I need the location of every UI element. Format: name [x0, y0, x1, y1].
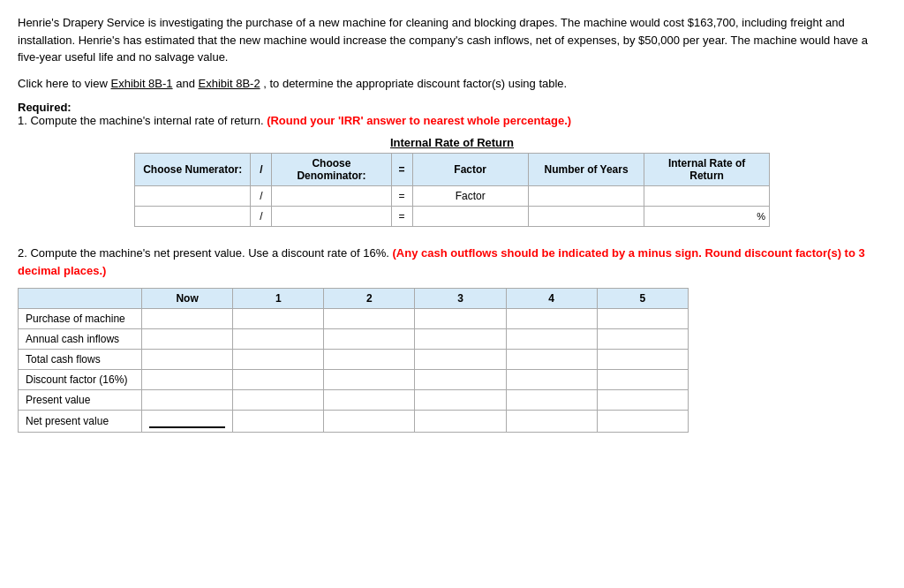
exhibit1-link[interactable]: Exhibit 8B-1 [110, 77, 172, 90]
required-section: Required: 1. Compute the machine's inter… [18, 101, 886, 127]
npv-net-1 [233, 411, 324, 433]
npv-total-2-input[interactable] [331, 353, 407, 366]
npv-col-label-header [19, 289, 142, 309]
npv-discount-3-input[interactable] [422, 373, 498, 386]
npv-annual-2-input[interactable] [331, 333, 407, 345]
npv-annual-now-input[interactable] [149, 333, 225, 345]
npv-annual-3[interactable] [415, 329, 506, 350]
npv-present-4-input[interactable] [514, 394, 590, 406]
npv-present-2[interactable] [324, 390, 415, 411]
irr-row1-numerator-input[interactable] [139, 190, 246, 202]
irr-row2-numerator-cell[interactable] [135, 207, 251, 227]
npv-present-3-input[interactable] [422, 394, 498, 406]
irr-row2-numerator-input[interactable] [139, 210, 246, 222]
npv-present-5[interactable] [597, 390, 688, 411]
npv-purchase-2-input[interactable] [331, 313, 407, 325]
npv-present-5-input[interactable] [605, 394, 681, 406]
npv-discount-5[interactable] [597, 370, 688, 390]
npv-discount-5-input[interactable] [605, 373, 681, 386]
npv-purchase-3-input[interactable] [422, 313, 498, 325]
npv-annual-4-input[interactable] [514, 333, 590, 345]
npv-purchase-4[interactable] [506, 309, 597, 329]
npv-purchase-5-input[interactable] [605, 313, 681, 325]
q2-text: 2. Compute the machine's net present val… [18, 246, 393, 260]
npv-net-now[interactable] [142, 411, 233, 433]
npv-present-1[interactable] [233, 390, 324, 411]
npv-present-now-input[interactable] [149, 394, 225, 406]
npv-purchase-4-input[interactable] [514, 313, 590, 325]
irr-row-2: / = % [135, 207, 770, 227]
npv-total-1-input[interactable] [240, 353, 316, 366]
npv-present-now[interactable] [142, 390, 233, 411]
npv-present-1-input[interactable] [240, 394, 316, 406]
npv-discount-4-input[interactable] [514, 373, 590, 386]
npv-annual-now[interactable] [142, 329, 233, 350]
npv-row-discount: Discount factor (16%) [19, 370, 689, 390]
npv-net-3 [415, 411, 506, 433]
col-slash-header: / [251, 154, 272, 186]
exhibit2-link[interactable]: Exhibit 8B-2 [199, 77, 260, 90]
npv-annual-5[interactable] [597, 329, 688, 350]
npv-annual-1-input[interactable] [240, 333, 316, 345]
npv-total-3[interactable] [415, 350, 506, 370]
npv-discount-2[interactable] [324, 370, 415, 390]
npv-annual-1[interactable] [233, 329, 324, 350]
npv-purchase-now[interactable] [142, 309, 233, 329]
npv-purchase-3[interactable] [415, 309, 506, 329]
irr-row1-irr-cell[interactable] [644, 186, 770, 207]
irr-row1-denominator-input[interactable] [275, 190, 387, 202]
irr-row1-years-input[interactable] [532, 190, 640, 202]
npv-total-5[interactable] [597, 350, 688, 370]
npv-annual-4[interactable] [506, 329, 597, 350]
intro-paragraph: Henrie's Drapery Service is investigatin… [18, 14, 886, 66]
irr-row1-years-cell[interactable] [528, 186, 644, 207]
npv-total-4[interactable] [506, 350, 597, 370]
npv-annual-5-input[interactable] [605, 333, 681, 345]
q1-red-text: (Round your 'IRR' answer to nearest whol… [267, 114, 571, 127]
irr-row2-denominator-input[interactable] [275, 210, 387, 222]
npv-total-now[interactable] [142, 350, 233, 370]
irr-row1-irr-input[interactable] [648, 190, 765, 202]
npv-present-2-input[interactable] [331, 394, 407, 406]
irr-row1-denominator-cell[interactable] [272, 186, 391, 207]
irr-row2-years-input[interactable] [532, 210, 640, 222]
npv-present-3[interactable] [415, 390, 506, 411]
npv-total-5-input[interactable] [605, 353, 681, 366]
col-factor-header: Factor [412, 154, 528, 186]
npv-section: 2. Compute the machine's net present val… [18, 245, 886, 433]
irr-row2-factor-cell[interactable] [412, 207, 528, 227]
irr-row2-factor-input[interactable] [417, 210, 524, 222]
npv-row-net: Net present value [19, 411, 689, 433]
npv-discount-4[interactable] [506, 370, 597, 390]
npv-purchase-1[interactable] [233, 309, 324, 329]
npv-total-2[interactable] [324, 350, 415, 370]
npv-total-3-input[interactable] [422, 353, 498, 366]
npv-discount-3[interactable] [415, 370, 506, 390]
irr-row2-slash: / [251, 207, 272, 227]
npv-discount-now[interactable] [142, 370, 233, 390]
irr-row2-irr-input[interactable] [648, 210, 765, 222]
npv-present-4[interactable] [506, 390, 597, 411]
irr-row2-years-cell[interactable] [528, 207, 644, 227]
npv-total-4-input[interactable] [514, 353, 590, 366]
npv-purchase-now-input[interactable] [149, 313, 225, 325]
npv-net-now-input[interactable] [149, 414, 225, 428]
irr-row2-denominator-cell[interactable] [272, 207, 391, 227]
pct-symbol: % [757, 211, 765, 222]
npv-discount-1-input[interactable] [240, 373, 316, 386]
npv-total-1[interactable] [233, 350, 324, 370]
npv-total-now-input[interactable] [149, 353, 225, 366]
irr-row2-irr-cell[interactable]: % [644, 207, 770, 227]
irr-row1-numerator-cell[interactable] [135, 186, 251, 207]
npv-annual-3-input[interactable] [422, 333, 498, 345]
npv-annual-2[interactable] [324, 329, 415, 350]
npv-discount-1[interactable] [233, 370, 324, 390]
npv-discount-2-input[interactable] [331, 373, 407, 386]
npv-row-total: Total cash flows [19, 350, 689, 370]
npv-purchase-1-input[interactable] [240, 313, 316, 325]
col-eq-header: = [391, 154, 412, 186]
npv-purchase-5[interactable] [597, 309, 688, 329]
npv-purchase-2[interactable] [324, 309, 415, 329]
npv-discount-now-input[interactable] [149, 373, 225, 386]
npv-col-2-header: 2 [324, 289, 415, 309]
